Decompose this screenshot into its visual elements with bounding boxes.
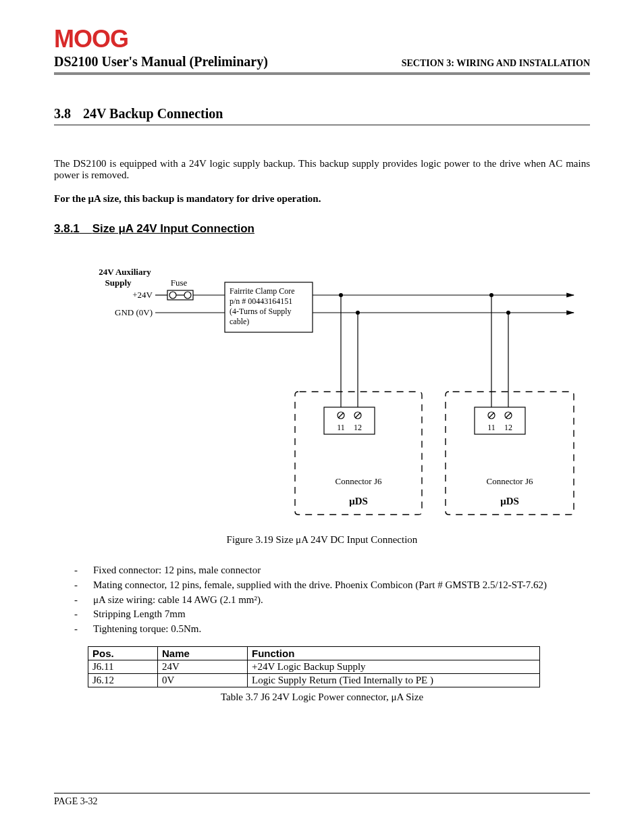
svg-rect-18 bbox=[324, 407, 375, 434]
td: Logic Supply Return (Tied Internally to … bbox=[248, 673, 540, 687]
core-line3: (4-Turns of Supply bbox=[230, 307, 292, 316]
core-line2: p/n # 00443164151 bbox=[230, 296, 292, 306]
subsection-heading: 3.8.1 Size μA 24V Input Connection bbox=[54, 222, 590, 236]
section-label: SECTION 3: WIRING AND INSTALLATION bbox=[402, 58, 590, 69]
wiring-diagram: 24V Auxiliary Supply Fuse +24V GND (0V) … bbox=[54, 260, 590, 526]
list-item: Mating connector, 12 pins, female, suppl… bbox=[93, 578, 547, 593]
left-pin-11: 11 bbox=[337, 423, 345, 432]
right-connector-label: Connector J6 bbox=[487, 476, 533, 486]
table-row: J6.12 0V Logic Supply Return (Tied Inter… bbox=[88, 673, 540, 687]
svg-point-2 bbox=[169, 292, 176, 298]
td: +24V Logic Backup Supply bbox=[248, 660, 540, 673]
svg-line-27 bbox=[506, 413, 511, 418]
pin-table: Pos. Name Function J6.11 24V +24V Logic … bbox=[88, 646, 540, 687]
list-item: Tightening torque: 0.5Nm. bbox=[93, 622, 201, 637]
svg-line-22 bbox=[355, 413, 360, 418]
page: MOOG DS2100 User's Manual (Preliminary) … bbox=[0, 0, 644, 834]
supply-title-1: 24V Auxiliary bbox=[99, 267, 151, 277]
left-pin-12: 12 bbox=[354, 423, 362, 432]
section-number: 3.8 bbox=[54, 106, 71, 121]
gnd-label: GND (0V) bbox=[115, 307, 153, 317]
svg-rect-23 bbox=[475, 407, 525, 434]
td: 0V bbox=[158, 673, 248, 687]
th-function: Function bbox=[248, 646, 540, 660]
page-footer: PAGE 3-32 bbox=[54, 793, 590, 807]
page-number: PAGE 3-32 bbox=[54, 796, 97, 806]
left-uds-label: μDS bbox=[349, 496, 368, 506]
list-item: μA size wiring: cable 14 AWG (2.1 mm²). bbox=[93, 593, 263, 608]
left-connector-label: Connector J6 bbox=[336, 476, 382, 486]
svg-line-20 bbox=[338, 413, 344, 418]
moog-logo: MOOG bbox=[54, 27, 590, 51]
list-item: Stripping Length 7mm bbox=[93, 607, 186, 622]
right-uds-label: μDS bbox=[500, 496, 519, 506]
plus24v-label: +24V bbox=[132, 290, 153, 300]
section-title: 24V Backup Connection bbox=[83, 106, 223, 121]
supply-title-2: Supply bbox=[105, 278, 132, 288]
right-pin-11: 11 bbox=[487, 423, 495, 432]
svg-line-25 bbox=[489, 413, 494, 418]
manual-title: DS2100 User's Manual (Preliminary) bbox=[54, 54, 268, 70]
section-heading-row: 3.8 24V Backup Connection bbox=[54, 106, 590, 126]
right-pin-12: 12 bbox=[504, 423, 512, 432]
subsection-number: 3.8.1 bbox=[54, 222, 80, 235]
list-item: Fixed connector: 12 pins, male connector bbox=[93, 563, 261, 578]
core-line1: Fairrite Clamp Core bbox=[230, 286, 295, 296]
mandatory-note: For the μA size, this backup is mandator… bbox=[54, 193, 590, 205]
fuse-label: Fuse bbox=[171, 278, 188, 288]
header-row: DS2100 User's Manual (Preliminary) SECTI… bbox=[54, 54, 590, 75]
td: J6.11 bbox=[88, 660, 158, 673]
spec-list: -Fixed connector: 12 pins, male connecto… bbox=[54, 563, 590, 637]
intro-paragraph: The DS2100 is equipped with a 24V logic … bbox=[54, 158, 590, 181]
table-row: J6.11 24V +24V Logic Backup Supply bbox=[88, 660, 540, 673]
core-line4: cable) bbox=[230, 317, 249, 326]
td: J6.12 bbox=[88, 673, 158, 687]
svg-point-3 bbox=[184, 292, 191, 298]
th-pos: Pos. bbox=[88, 646, 158, 660]
th-name: Name bbox=[158, 646, 248, 660]
table-header-row: Pos. Name Function bbox=[88, 646, 540, 660]
figure-caption: Figure 3.19 Size μA 24V DC Input Connect… bbox=[54, 534, 590, 546]
subsection-title: Size μA 24V Input Connection bbox=[92, 222, 254, 235]
table-caption: Table 3.7 J6 24V Logic Power connector, … bbox=[54, 692, 590, 703]
td: 24V bbox=[158, 660, 248, 673]
